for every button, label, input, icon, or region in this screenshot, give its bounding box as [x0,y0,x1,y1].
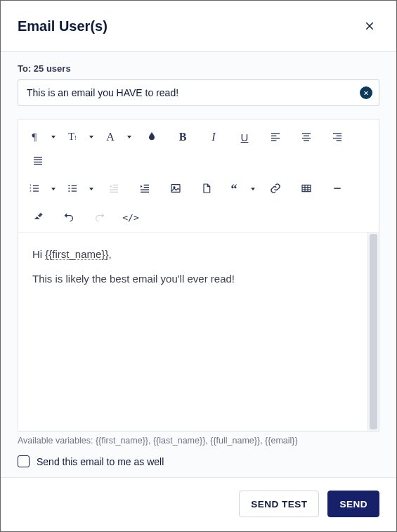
table-icon [301,183,312,196]
bold-button[interactable]: B [169,126,197,148]
align-right-button[interactable] [323,126,351,148]
close-icon [364,20,375,32]
chevron-down-icon [251,188,255,190]
align-left-icon [270,131,281,144]
chevron-down-icon [89,188,93,190]
chevron-down-icon [127,136,131,138]
pilcrow-icon: ¶ [32,131,37,143]
close-icon [364,90,368,96]
text-transform-button[interactable]: T! [62,126,83,148]
image-icon [170,183,181,196]
body-paragraph: Hi {{first_name}}, [32,248,353,260]
insert-image-button[interactable] [162,179,190,200]
italic-icon: I [211,131,215,143]
editor-body[interactable]: Hi {{first_name}}, This is likely the be… [18,233,367,431]
insert-file-button[interactable] [193,179,221,200]
underline-icon: U [241,131,249,143]
editor-body-wrap: Hi {{first_name}}, This is likely the be… [18,233,379,431]
modal-header: Email User(s) [1,1,396,52]
paragraph-format-caret[interactable] [45,126,59,148]
send-test-button[interactable]: SEND TEST [239,491,319,517]
svg-rect-42 [302,185,311,191]
svg-text:3: 3 [30,189,32,193]
clear-formatting-button[interactable] [24,207,52,228]
editor-toolbar: ¶T!ABIU123“</> [18,119,379,233]
code-view-button[interactable]: </> [117,207,145,228]
drop-icon [146,131,157,144]
text-transform-caret[interactable] [83,126,97,148]
send-copy-checkbox[interactable] [18,455,30,467]
paragraph-format-dropdown[interactable]: ¶ [24,126,59,148]
send-button[interactable]: SEND [327,491,379,517]
subject-field-wrap [18,79,379,106]
close-button[interactable] [360,16,379,36]
align-left-button[interactable] [261,126,289,148]
font-family-button[interactable]: A [100,126,121,148]
paragraph-format-button[interactable]: ¶ [24,126,45,148]
ordered-list-button[interactable]: 123 [24,179,45,200]
letter-a-icon: A [106,131,115,143]
redo-icon [94,211,105,224]
undo-icon [63,211,74,224]
modal-footer: SEND TEST SEND [1,477,396,531]
modal-body: To: 25 users ¶T!ABIU123“</> Hi {{first_n… [1,52,396,477]
indent-button[interactable] [131,179,159,200]
unordered-list-caret[interactable] [83,179,97,200]
available-variables-hint: Available variables: {{first_name}}, {{l… [18,436,379,446]
code-icon: </> [122,212,138,223]
link-icon [270,183,281,196]
align-justify-button[interactable] [24,150,52,171]
email-users-modal: Email User(s) To: 25 users ¶T!ABIU123“</… [0,0,397,532]
insert-link-button[interactable] [261,179,289,200]
send-copy-row: Send this email to me as well [18,455,379,467]
text-color-button[interactable] [138,126,166,148]
italic-button[interactable]: I [200,126,228,148]
align-center-button[interactable] [292,126,320,148]
font-family-dropdown[interactable]: A [100,126,135,148]
body-text: , [108,248,111,260]
align-justify-icon [32,155,44,168]
clear-subject-button[interactable] [360,86,372,99]
eraser-icon [32,211,44,224]
undo-button[interactable] [55,207,83,228]
horizontal-rule-button[interactable] [323,179,351,200]
blockquote-caret[interactable] [245,179,259,200]
svg-point-28 [68,190,70,192]
send-copy-label: Send this email to me as well [37,456,164,467]
scrollbar-thumb[interactable] [370,234,377,429]
chevron-down-icon [51,136,56,138]
redo-button [86,207,114,228]
to-field: To: 25 users [18,63,379,74]
blockquote-button[interactable]: “ [223,179,245,200]
outdent-icon [108,183,119,196]
svg-point-27 [68,188,70,189]
insert-table-button[interactable] [292,179,320,200]
align-center-icon [301,131,312,144]
chevron-down-icon [89,136,93,138]
text-transform-dropdown[interactable]: T! [62,126,97,148]
outdent-button [100,179,128,200]
font-family-caret[interactable] [121,126,135,148]
unordered-list-icon [67,183,78,196]
rich-text-editor: ¶T!ABIU123“</> Hi {{first_name}}, This i… [18,119,379,432]
bold-icon: B [179,131,187,143]
body-paragraph: This is likely the best email you'll eve… [32,273,353,285]
file-icon [201,183,212,196]
minus-icon [332,183,343,196]
editor-scrollbar[interactable] [367,233,379,431]
ordered-list-caret[interactable] [45,179,59,200]
align-right-icon [332,131,343,144]
subject-input[interactable] [18,79,379,106]
quote-icon: “ [231,182,237,197]
svg-rect-40 [171,184,180,192]
blockquote-dropdown[interactable]: “ [223,179,259,200]
ordered-list-dropdown[interactable]: 123 [24,179,59,200]
svg-point-26 [68,185,70,186]
body-text: Hi [32,248,45,260]
modal-title: Email User(s) [18,18,108,34]
ordered-list-icon: 123 [29,183,40,196]
unordered-list-dropdown[interactable] [62,179,97,200]
unordered-list-button[interactable] [62,179,83,200]
underline-button[interactable]: U [230,126,259,148]
indent-icon [139,183,150,196]
